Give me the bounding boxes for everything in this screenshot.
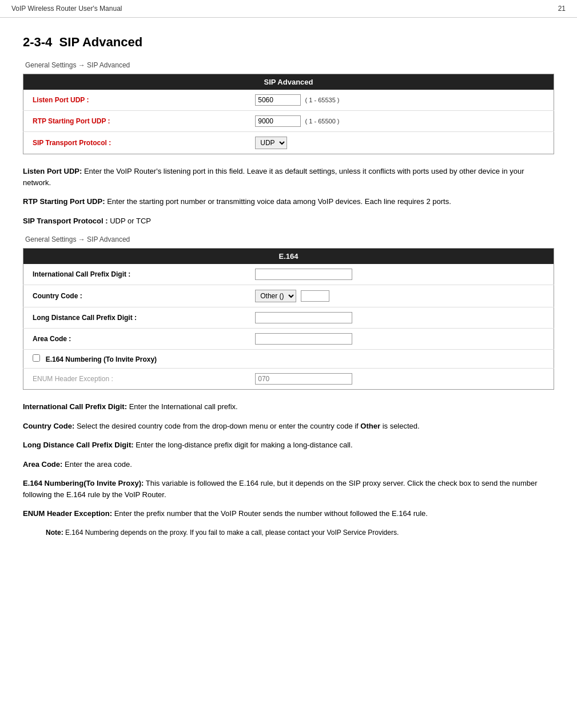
desc-area-code: Area Code: Enter the area code. <box>23 459 554 470</box>
desc-listen-port-text: Enter the VoIP Router's listening port i… <box>23 167 524 187</box>
sip-advanced-table-title: SIP Advanced <box>23 74 554 90</box>
e164-table-title: E.164 <box>23 249 554 265</box>
table-row: Listen Port UDP : ( 1 - 65535 ) <box>23 90 554 111</box>
sip-advanced-table: SIP Advanced Listen Port UDP : ( 1 - 655… <box>23 74 554 154</box>
table-row: Country Code : Other () <box>23 285 554 307</box>
enum-header-value <box>246 369 554 390</box>
rtp-port-value: ( 1 - 65500 ) <box>246 111 554 132</box>
table-row: Area Code : <box>23 329 554 350</box>
desc-long-dist-term: Long Distance Call Prefix Digit: <box>23 441 134 449</box>
desc-sip-transport: SIP Transport Protocol : UDP or TCP <box>23 215 554 227</box>
manual-title: VoIP Wireless Router User's Manual <box>11 5 122 13</box>
rtp-port-input[interactable] <box>255 115 301 127</box>
e164-numbering-row: E.164 Numbering (To Invite Proxy) <box>23 350 554 369</box>
page-number: 21 <box>558 5 566 13</box>
desc-e164-numbering-term: E.164 Numbering(To Invite Proxy): <box>23 479 144 487</box>
desc-listen-port: Listen Port UDP: Enter the VoIP Router's… <box>23 166 554 188</box>
desc-other-after: is selected. <box>380 422 420 430</box>
section-title: 2-3-4 SIP Advanced <box>23 35 554 50</box>
desc-enum-header-text: Enter the prefix number that the VoIP Ro… <box>114 509 428 518</box>
long-dist-value <box>246 307 554 329</box>
desc-rtp-port: RTP Starting Port UDP: Enter the startin… <box>23 196 554 207</box>
intl-prefix-label: International Call Prefix Digit : <box>23 264 246 285</box>
desc-intl-prefix: International Call Prefix Digit: Enter t… <box>23 401 554 413</box>
desc-intl-prefix-text: Enter the International call prefix. <box>129 402 238 411</box>
table-row: International Call Prefix Digit : <box>23 264 554 285</box>
sip-transport-value: UDP TCP <box>246 132 554 154</box>
e164-numbering-label: E.164 Numbering (To Invite Proxy) <box>46 355 157 363</box>
desc-enum-header: ENUM Header Exception: Enter the prefix … <box>23 508 554 519</box>
country-code-select[interactable]: Other () <box>255 290 296 302</box>
area-code-value <box>246 329 554 350</box>
desc-listen-port-term: Listen Port UDP: <box>23 167 82 175</box>
e164-numbering-checkbox[interactable] <box>33 354 40 362</box>
desc-sip-transport-text: UDP or TCP <box>110 217 151 225</box>
listen-port-label: Listen Port UDP : <box>23 90 246 111</box>
area-code-label: Area Code : <box>23 329 246 350</box>
table-row: SIP Transport Protocol : UDP TCP <box>23 132 554 154</box>
page-header: VoIP Wireless Router User's Manual 21 <box>0 0 577 18</box>
sip-transport-select[interactable]: UDP TCP <box>255 137 287 149</box>
listen-port-input[interactable] <box>255 94 301 106</box>
breadcrumb1: General Settings → SIP Advanced <box>23 61 554 69</box>
desc-long-dist: Long Distance Call Prefix Digit: Enter t… <box>23 439 554 451</box>
desc-enum-header-term: ENUM Header Exception: <box>23 509 112 518</box>
intl-prefix-value <box>246 264 554 285</box>
desc-sip-transport-term: SIP Transport Protocol : <box>23 217 108 225</box>
long-dist-input[interactable] <box>255 312 352 323</box>
listen-port-value: ( 1 - 65535 ) <box>246 90 554 111</box>
desc-rtp-port-term: RTP Starting Port UDP: <box>23 197 105 206</box>
enum-header-input[interactable] <box>255 373 352 385</box>
long-dist-label: Long Distance Call Prefix Digit : <box>23 307 246 329</box>
e164-table: E.164 International Call Prefix Digit : … <box>23 248 554 390</box>
country-code-label: Country Code : <box>23 285 246 307</box>
country-code-input[interactable] <box>301 290 329 302</box>
enum-header-row: ENUM Header Exception : <box>23 369 554 390</box>
e164-numbering-cell: E.164 Numbering (To Invite Proxy) <box>23 350 554 369</box>
desc-rtp-port-text: Enter the starting port number or transm… <box>107 197 451 206</box>
area-code-input[interactable] <box>255 333 352 345</box>
sip-transport-label: SIP Transport Protocol : <box>23 132 246 154</box>
country-code-value: Other () <box>246 285 554 307</box>
listen-port-hint: ( 1 - 65535 ) <box>305 97 340 103</box>
rtp-port-hint: ( 1 - 65500 ) <box>305 118 340 125</box>
desc-country-code-term: Country Code: <box>23 422 74 430</box>
breadcrumb2: General Settings → SIP Advanced <box>23 235 554 243</box>
desc-area-code-text: Enter the area code. <box>65 460 132 469</box>
note-label: Note: <box>46 529 63 537</box>
table-row: Long Distance Call Prefix Digit : <box>23 307 554 329</box>
desc-area-code-term: Area Code: <box>23 460 62 469</box>
note-text: E.164 Numbering depends on the proxy. If… <box>65 529 399 537</box>
desc-other-term: Other <box>360 422 380 430</box>
desc-intl-prefix-term: International Call Prefix Digit: <box>23 402 127 411</box>
desc-e164-numbering: E.164 Numbering(To Invite Proxy): This v… <box>23 478 554 500</box>
desc-long-dist-text: Enter the long-distance prefix digit for… <box>136 441 352 449</box>
desc-country-code: Country Code: Select the desired country… <box>23 421 554 432</box>
rtp-port-label: RTP Starting Port UDP : <box>23 111 246 132</box>
desc-country-code-text: Select the desired country code from the… <box>77 422 360 430</box>
enum-header-label: ENUM Header Exception : <box>23 369 246 390</box>
intl-prefix-input[interactable] <box>255 269 352 280</box>
table-row: RTP Starting Port UDP : ( 1 - 65500 ) <box>23 111 554 132</box>
note-block: Note: E.164 Numbering depends on the pro… <box>46 527 554 538</box>
